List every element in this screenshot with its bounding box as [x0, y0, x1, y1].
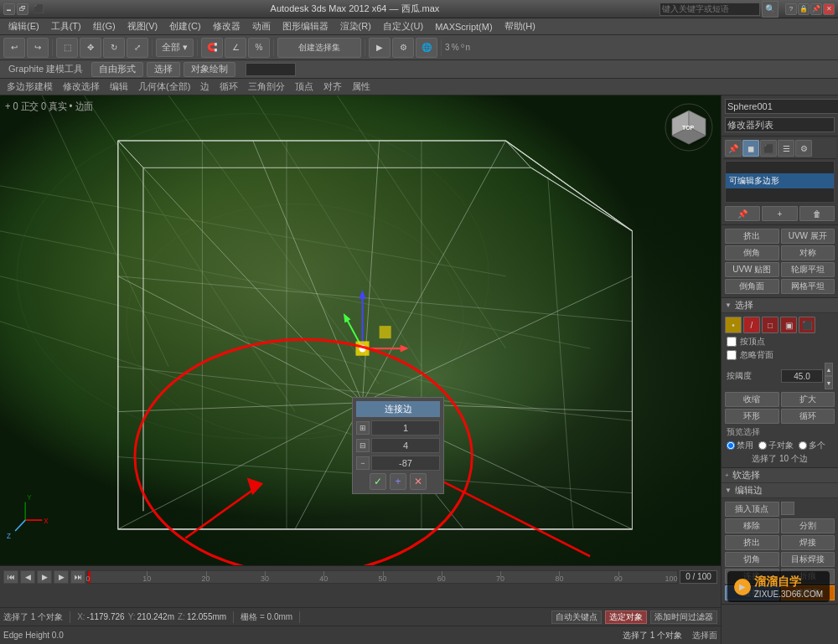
frame-counter[interactable]	[680, 570, 717, 584]
angle-snap-btn[interactable]: ∠	[225, 38, 246, 58]
dialog-cancel-btn[interactable]: ✕	[410, 473, 427, 490]
bevel-face-btn[interactable]: 倒角面	[725, 279, 779, 294]
nav-cube[interactable]: TOP	[664, 102, 714, 152]
target-weld-btn[interactable]: 目标焊接	[781, 552, 835, 567]
sub-edit[interactable]: 编辑	[106, 80, 132, 93]
rotate-btn[interactable]: ↻	[103, 38, 125, 58]
edit-edge-header[interactable]: ▼ 编辑边	[722, 483, 838, 498]
show-end-btn[interactable]: ⬛	[760, 140, 777, 157]
next-key-btn[interactable]: ▶	[54, 570, 69, 584]
close-icon[interactable]: ✕	[823, 3, 835, 15]
dialog-add-btn[interactable]: +	[390, 473, 406, 490]
menu-render[interactable]: 渲染(R)	[335, 19, 376, 34]
loop-btn[interactable]: 循环	[781, 409, 835, 424]
chamfer2-btn[interactable]: 切角	[725, 552, 779, 567]
maximize-icon[interactable]: 🗗	[17, 3, 28, 15]
dialog-ok-btn[interactable]: ✓	[370, 473, 386, 490]
select-btn[interactable]: ⬚	[56, 38, 78, 58]
render-btn[interactable]: ▶	[369, 38, 391, 58]
graphite-extra-dropdown[interactable]	[246, 63, 296, 76]
play-btn[interactable]: ▶	[37, 570, 52, 584]
add-modifier-btn[interactable]: +	[762, 206, 797, 221]
menu-modifiers[interactable]: 修改器	[208, 19, 246, 34]
extrude-btn[interactable]: 挤出	[725, 229, 779, 244]
render-setup-btn[interactable]: ⚙	[392, 38, 414, 58]
modifier-list-dropdown[interactable]: 修改器列表	[725, 117, 835, 132]
uvw-map-btn[interactable]: UVW 贴图	[725, 262, 779, 277]
menu-maxscript[interactable]: MAXScript(M)	[430, 19, 497, 34]
move-btn[interactable]: ✥	[80, 38, 101, 58]
sub-edge[interactable]: 边	[197, 80, 213, 93]
extrude2-btn[interactable]: 挤出	[725, 535, 779, 550]
sub-modify-sel[interactable]: 修改选择	[59, 80, 103, 93]
sub-vertex[interactable]: 顶点	[292, 80, 317, 93]
shrink-btn[interactable]: 收缩	[725, 392, 779, 407]
menu-graph-editor[interactable]: 图形编辑器	[277, 19, 334, 34]
show-result-btn[interactable]: ◼	[742, 140, 759, 157]
radio-multi-input[interactable]	[799, 441, 807, 450]
element-type-icon[interactable]: ⬛	[799, 317, 815, 333]
threshold-input[interactable]	[781, 369, 823, 383]
set-key-btn[interactable]: 选定对象	[605, 611, 647, 624]
graphite-tab-freeform[interactable]: 自由形式	[91, 62, 143, 77]
undo-btn[interactable]: ↩	[3, 38, 25, 58]
connect-value-2[interactable]: 4	[371, 438, 440, 453]
outline-flat-btn[interactable]: 轮廓平坦	[781, 262, 835, 277]
menu-edit[interactable]: 编辑(E)	[3, 19, 44, 34]
sub-properties[interactable]: 属性	[349, 80, 374, 93]
menu-group[interactable]: 组(G)	[88, 19, 121, 34]
symmetric-btn[interactable]: 对称	[781, 245, 835, 260]
ignore-back-check[interactable]	[727, 350, 737, 360]
select-filter-dropdown[interactable]: 全部 ▾	[156, 39, 194, 57]
remove-btn[interactable]: 移除	[725, 518, 779, 533]
menu-view[interactable]: 视图(V)	[122, 19, 163, 34]
edge-type-icon[interactable]: /	[743, 317, 760, 333]
connect-value-3[interactable]: -87	[371, 456, 440, 471]
pin-btn[interactable]: 📌	[810, 3, 822, 15]
soft-select-header[interactable]: + 软选择	[722, 468, 838, 483]
lock-btn[interactable]: 🔒	[798, 3, 810, 15]
ring-btn[interactable]: 环形	[725, 409, 779, 424]
menu-create[interactable]: 创建(C)	[164, 19, 205, 34]
sub-geom-all[interactable]: 几何体(全部)	[135, 80, 194, 93]
sub-poly-model[interactable]: 多边形建模	[3, 80, 56, 93]
show-all-btn[interactable]: ☰	[778, 140, 794, 157]
redo-btn[interactable]: ↪	[27, 38, 49, 58]
env-btn[interactable]: 🌐	[416, 38, 437, 58]
weld-btn[interactable]: 焊接	[781, 535, 835, 550]
next-frame-btn[interactable]: ⏭	[70, 570, 85, 584]
percent-snap-btn[interactable]: %	[248, 38, 270, 58]
prev-frame-btn[interactable]: ⏮	[3, 570, 18, 584]
modifier-stack-list[interactable]: 可编辑多边形	[725, 161, 835, 203]
graphite-tab-paintsel[interactable]: 对象绘制	[184, 62, 235, 77]
viewport[interactable]: + 0 正交 0 真实 • 边面 X Y Z	[0, 95, 721, 565]
insert-vertex-options[interactable]	[781, 502, 794, 515]
mesh-flat-btn[interactable]: 网格平坦	[781, 279, 835, 294]
threshold-up[interactable]: ▲	[825, 363, 833, 376]
vertex-type-icon[interactable]: •	[725, 317, 742, 333]
prev-key-btn[interactable]: ◀	[20, 570, 35, 584]
select-section-header[interactable]: ▼ 选择	[722, 298, 838, 313]
sub-triangulate[interactable]: 三角剖分	[245, 80, 288, 93]
timeline-ruler[interactable]: 0 10 20 30 40 50 60 70	[87, 570, 678, 584]
uvw-expand-btn[interactable]: UVW 展开	[781, 229, 835, 244]
menu-customize[interactable]: 自定义(U)	[378, 19, 428, 34]
named-sel-dropdown[interactable]: 创建选择集	[277, 38, 361, 58]
graphite-tab-select[interactable]: 选择	[147, 62, 180, 77]
face-type-icon[interactable]: ▣	[780, 317, 797, 333]
by-vertex-check[interactable]	[727, 337, 737, 347]
snap-btn[interactable]: 🧲	[201, 38, 223, 58]
threshold-down[interactable]: ▼	[825, 376, 833, 389]
split-btn[interactable]: 分割	[781, 518, 835, 533]
sub-align[interactable]: 对齐	[320, 80, 345, 93]
menu-tools[interactable]: 工具(T)	[46, 19, 86, 34]
auto-key-btn[interactable]: 自动关键点	[551, 611, 602, 624]
scale-btn[interactable]: ⤢	[127, 38, 148, 58]
config-btn[interactable]: ⚙	[795, 140, 812, 157]
menu-animation[interactable]: 动画	[247, 19, 276, 34]
object-name-input[interactable]	[725, 99, 838, 114]
border-type-icon[interactable]: □	[762, 317, 779, 333]
pin-btn2[interactable]: 📌	[725, 206, 760, 221]
expand-btn[interactable]: 扩大	[781, 392, 835, 407]
chamfer-btn[interactable]: 倒角	[725, 245, 779, 260]
